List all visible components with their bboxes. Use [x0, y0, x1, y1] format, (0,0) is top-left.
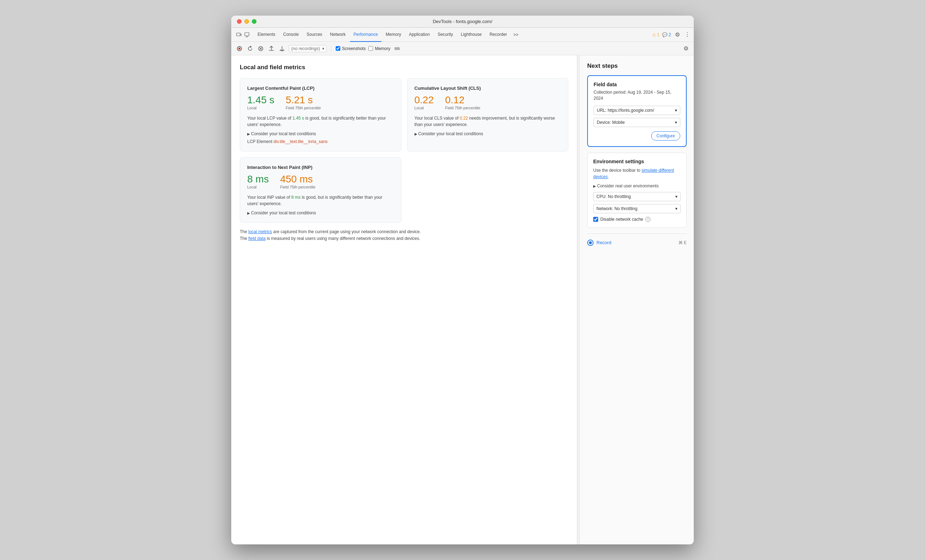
cls-field-group: 0.12 Field 75th percentile — [445, 95, 480, 110]
env-dropdowns: CPU: No throttling ▾ Network: No throttl… — [593, 192, 681, 213]
tab-security[interactable]: Security — [434, 28, 456, 42]
inp-field-group: 450 ms Field 75th percentile — [280, 174, 315, 189]
field-data-title: Field data — [594, 82, 680, 87]
screenshots-checkbox-label[interactable]: Screenshots — [336, 46, 366, 51]
toolbar-right: ⚙ — [682, 45, 690, 52]
url-dropdown[interactable]: URL: https://fonts.google.com/ ▾ — [594, 106, 680, 115]
dropdown-arrow-icon: ▾ — [322, 46, 324, 51]
warning-badge[interactable]: ⚠ 1 — [652, 32, 660, 37]
cls-desc-val: 0.22 — [459, 116, 468, 121]
cpu-dropdown-label: CPU: No throttling — [597, 194, 631, 199]
minimize-button[interactable] — [244, 19, 249, 24]
warning-icon: ⚠ — [652, 32, 656, 37]
content-area: Local and field metrics Largest Contentf… — [231, 56, 694, 544]
consider-real-env-link[interactable]: Consider real user environments — [593, 183, 681, 188]
empty-grid-cell — [407, 157, 569, 223]
lcp-element-value[interactable]: div.tile__text.tile__inria_sans — [274, 139, 328, 144]
maximize-button[interactable] — [252, 19, 256, 24]
cls-local-label: Local — [414, 106, 434, 110]
local-metrics-link[interactable]: local metrics — [248, 229, 272, 234]
network-dropdown-arrow-icon: ▾ — [675, 206, 677, 211]
info-badge[interactable]: 💬 2 — [662, 32, 671, 37]
inp-local-group: 8 ms Local — [247, 174, 269, 189]
tab-recorder[interactable]: Recorder — [486, 28, 511, 42]
field-data-period: Collection period: Aug 19, 2024 - Sep 15… — [594, 89, 680, 102]
device-dropdown-label: Device: Mobile — [597, 120, 625, 125]
download-button[interactable] — [278, 45, 286, 53]
inp-consider-link[interactable]: Consider your local test conditions — [247, 210, 394, 215]
lcp-description: Your local LCP value of 1.45 s is good, … — [247, 115, 394, 128]
recordings-dropdown[interactable]: (no recordings) ▾ — [289, 45, 327, 52]
toolbar-settings-icon[interactable]: ⚙ — [682, 45, 690, 52]
inp-description: Your local INP value of 8 ms is good, bu… — [247, 194, 394, 207]
tabs-overflow[interactable]: >> — [511, 32, 520, 37]
svg-point-3 — [238, 48, 241, 50]
lcp-title: Largest Contentful Paint (LCP) — [247, 86, 394, 91]
memory-checkbox-label[interactable]: Memory — [368, 46, 390, 51]
screenshots-checkbox[interactable] — [336, 46, 340, 51]
tab-application[interactable]: Application — [405, 28, 433, 42]
svg-rect-10 — [398, 48, 399, 49]
configure-button[interactable]: Configure — [651, 131, 680, 141]
field-data-card: Field data Collection period: Aug 19, 20… — [587, 75, 687, 147]
help-icon[interactable]: ? — [645, 217, 651, 222]
record-toolbar-button[interactable] — [235, 45, 243, 53]
tab-performance[interactable]: Performance — [350, 28, 381, 42]
settings-icon[interactable]: ⚙ — [674, 31, 681, 38]
inp-local-value: 8 ms — [247, 174, 269, 184]
devtools-icon — [234, 32, 252, 38]
memory-checkbox[interactable] — [368, 46, 373, 51]
recordings-value: (no recordings) — [291, 46, 320, 51]
env-title: Environment settings — [593, 159, 681, 164]
svg-rect-9 — [397, 48, 398, 49]
network-dropdown[interactable]: Network: No throttling ▾ — [593, 204, 681, 213]
lcp-field-group: 5.21 s Field 75th percentile — [286, 95, 321, 110]
lcp-element: LCP Element div.tile__text.tile__inria_s… — [247, 139, 394, 144]
devtools-window: DevTools - fonts.google.com/ Elements Co… — [231, 16, 694, 544]
main-scrollbar[interactable] — [577, 56, 580, 544]
tabs-bar: Elements Console Sources Network Perform… — [231, 28, 694, 42]
cls-card: Cumulative Layout Shift (CLS) 0.22 Local… — [407, 78, 569, 152]
cls-field-label: Field 75th percentile — [445, 106, 480, 110]
tab-console[interactable]: Console — [280, 28, 302, 42]
cpu-dropdown[interactable]: CPU: No throttling ▾ — [593, 192, 681, 201]
main-panel: Local and field metrics Largest Contentf… — [231, 56, 577, 544]
cls-consider-link[interactable]: Consider your local test conditions — [414, 131, 561, 136]
inp-desc-prefix: Your local INP value of — [247, 195, 291, 200]
reload-button[interactable] — [246, 45, 254, 53]
lcp-consider-link[interactable]: Consider your local test conditions — [247, 131, 394, 136]
disable-cache-label: Disable network cache — [600, 217, 643, 222]
window-title: DevTools - fonts.google.com/ — [433, 19, 492, 24]
toolbar: (no recordings) ▾ Screenshots Memory ⚙ — [231, 42, 694, 56]
lcp-local-value: 1.45 s — [247, 95, 274, 105]
record-button[interactable]: Record — [587, 240, 611, 246]
svg-rect-8 — [396, 48, 396, 49]
inp-desc-val: 8 ms — [291, 195, 301, 200]
device-dropdown-arrow-icon: ▾ — [675, 120, 677, 125]
cls-field-value: 0.12 — [445, 95, 480, 105]
tab-memory[interactable]: Memory — [382, 28, 405, 42]
toolbar-separator — [331, 45, 331, 52]
tab-sources[interactable]: Sources — [303, 28, 326, 42]
lcp-element-label: LCP Element — [247, 139, 272, 144]
cls-description: Your local CLS value of 0.22 needs impro… — [414, 115, 561, 128]
cls-values: 0.22 Local 0.12 Field 75th percentile — [414, 95, 561, 110]
message-count: 2 — [669, 32, 671, 37]
memory-icon-btn[interactable] — [393, 45, 401, 53]
tab-lighthouse[interactable]: Lighthouse — [457, 28, 485, 42]
disable-cache-checkbox[interactable] — [593, 217, 598, 222]
field-data-link[interactable]: field data — [248, 236, 266, 241]
tab-right-actions: ⚠ 1 💬 2 ⚙ ⋮ — [652, 31, 691, 38]
clear-button[interactable] — [257, 45, 265, 53]
inp-grid: Interaction to Next Paint (INP) 8 ms Loc… — [240, 157, 568, 223]
more-options-icon[interactable]: ⋮ — [684, 31, 691, 38]
close-button[interactable] — [237, 19, 241, 24]
cls-local-value: 0.22 — [414, 95, 434, 105]
upload-button[interactable] — [268, 45, 275, 53]
device-dropdown[interactable]: Device: Mobile ▾ — [594, 118, 680, 127]
inp-title: Interaction to Next Paint (INP) — [247, 165, 394, 170]
tab-network[interactable]: Network — [327, 28, 349, 42]
sidebar-title: Next steps — [587, 63, 687, 69]
tab-elements[interactable]: Elements — [254, 28, 279, 42]
env-desc-suffix: . — [608, 174, 609, 179]
